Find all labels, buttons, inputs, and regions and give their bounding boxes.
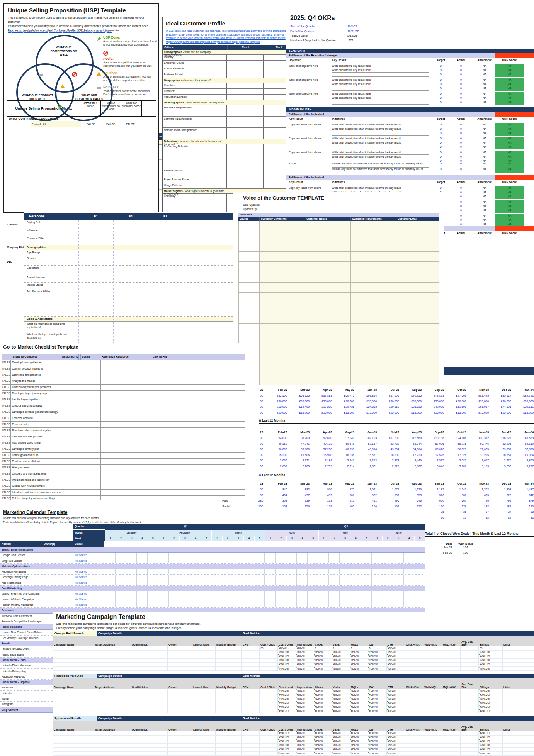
cell[interactable]: £63,814 <box>354 393 377 399</box>
cell[interactable] <box>423 689 442 693</box>
reference-cell[interactable] <box>101 391 152 397</box>
cell[interactable]: #DIV/0! <box>350 752 368 756</box>
cell[interactable] <box>242 731 260 735</box>
cell[interactable] <box>423 748 442 751</box>
okr-row[interactable]: Copy key result from above Write brief d… <box>286 123 534 127</box>
cell[interactable]: 33,880 <box>287 447 310 453</box>
cell[interactable] <box>192 731 216 735</box>
cell[interactable]: #DIV/0! <box>387 748 405 751</box>
cell[interactable] <box>423 739 442 743</box>
cell[interactable] <box>442 651 461 654</box>
cell[interactable]: #DIV/0! <box>314 744 332 748</box>
checklist-row[interactable]: FALSE Tell the story at your board meeti… <box>2 496 245 500</box>
checklist-row[interactable]: FALSE Develop a territory plan <box>2 446 245 453</box>
cell[interactable] <box>168 752 192 756</box>
cell[interactable] <box>94 693 131 697</box>
cell[interactable]: 2,814 <box>332 464 354 470</box>
cell[interactable]: 97,241 <box>332 436 354 441</box>
initiative-cell[interactable]: Write brief description of an initiative… <box>332 127 429 131</box>
cell[interactable] <box>242 651 260 654</box>
cell[interactable]: #DIV/0! <box>296 736 314 739</box>
cell[interactable]: #DIV/0! <box>368 663 387 666</box>
checkbox-cell[interactable]: FALSE <box>2 378 11 384</box>
cell[interactable]: 3,515 <box>422 458 444 464</box>
cell[interactable] <box>405 736 423 739</box>
cell[interactable]: #DIV/0! <box>387 689 405 693</box>
cell[interactable] <box>242 736 260 739</box>
reference-cell[interactable] <box>101 428 152 434</box>
cell[interactable]: 2,928 <box>377 464 399 470</box>
cell[interactable]: 55,344 <box>399 441 422 447</box>
cell[interactable]: #DIV/0! <box>296 663 314 666</box>
target-cell[interactable]: 0 <box>434 186 448 190</box>
cell[interactable]: #DIV/0! <box>350 731 368 735</box>
cell[interactable] <box>305 293 351 303</box>
activity-cell[interactable]: Redesign Pricing Page <box>2 575 42 580</box>
cell[interactable] <box>396 364 439 375</box>
reference-cell[interactable] <box>101 403 152 409</box>
link-cell[interactable] <box>151 372 245 378</box>
cell[interactable]: #DIV/0! <box>278 646 296 650</box>
cell[interactable]: #VALUE! <box>479 654 503 658</box>
cell[interactable]: 308 <box>265 498 287 504</box>
persona-row[interactable]: Marital Status <box>24 283 245 289</box>
cell[interactable]: #DIV/0! <box>314 697 332 701</box>
cell[interactable] <box>131 744 168 748</box>
meta-value[interactable]: -774 <box>347 39 378 43</box>
cell[interactable] <box>351 293 396 303</box>
stub-value[interactable]: 60 <box>251 458 263 464</box>
cell[interactable] <box>131 654 168 658</box>
cell[interactable]: £52,500 <box>265 393 287 399</box>
cell[interactable] <box>192 663 216 666</box>
cell[interactable] <box>405 654 423 658</box>
okr-row[interactable]: Write brief description of an initiative… <box>286 155 534 159</box>
cell[interactable]: 3,046 <box>422 464 444 470</box>
checkbox-cell[interactable]: FALSE <box>2 471 11 477</box>
cell[interactable] <box>405 651 423 654</box>
cell[interactable]: #DIV/0! <box>368 689 387 693</box>
key-result-cell[interactable]: Write quantitative key result here <box>332 96 429 100</box>
actual-cell[interactable]: 0 <box>454 195 468 199</box>
calendar-row[interactable]: Redesign Pricing Page Not Started <box>0 575 425 580</box>
cell[interactable] <box>260 262 305 272</box>
cell[interactable]: #VALUE! <box>479 663 503 666</box>
checklist-row[interactable]: FALSE Structure sales commission plans <box>2 428 245 434</box>
checklist-row[interactable]: FALSE Develop brand guidelines <box>2 360 245 366</box>
status-cell[interactable]: Not Started <box>75 569 105 574</box>
cell[interactable] <box>242 748 260 751</box>
cell[interactable]: £15,000 <box>511 410 534 416</box>
week-grid[interactable] <box>105 564 425 569</box>
cell[interactable]: 60,020 <box>422 447 444 453</box>
attainment-cell[interactable]: NA <box>476 204 493 208</box>
objective-cell[interactable] <box>286 86 330 91</box>
cell[interactable]: 660 <box>444 498 466 504</box>
tier1-cell[interactable] <box>226 177 227 183</box>
cell[interactable]: #DIV/0! <box>368 697 387 701</box>
activity-cell[interactable]: Redesign Homepage <box>2 569 42 574</box>
cell[interactable]: #DIV/0! <box>387 646 405 650</box>
cell[interactable] <box>242 654 260 658</box>
cell[interactable] <box>168 693 192 697</box>
tier2-cell[interactable] <box>263 72 264 78</box>
cell[interactable] <box>242 697 260 701</box>
cell[interactable] <box>305 334 351 344</box>
cell[interactable] <box>216 693 242 697</box>
actual-cell[interactable]: 0 <box>454 68 468 73</box>
key-result-cell[interactable]: Copy key result from above <box>286 123 330 127</box>
reference-cell[interactable] <box>101 360 152 366</box>
actual-cell[interactable]: 0 <box>454 163 468 168</box>
cell[interactable] <box>305 344 351 354</box>
cell[interactable] <box>192 651 216 654</box>
extras-row[interactable]: Include any must do initiatives that don… <box>286 168 534 173</box>
cell[interactable]: 57,005 <box>422 441 444 447</box>
stub-value[interactable]: 00 <box>251 399 263 405</box>
activity-cell[interactable]: Instagram <box>2 702 42 707</box>
activity-cell[interactable]: Google Paid Search <box>2 553 42 558</box>
activity-cell[interactable]: Add Testimonials <box>2 580 42 585</box>
cell[interactable]: 410 <box>332 498 354 504</box>
cell[interactable] <box>461 752 479 756</box>
cell[interactable]: #DIV/0! <box>314 651 332 654</box>
cell[interactable]: #DIV/0! <box>387 709 405 713</box>
cell[interactable] <box>423 731 442 735</box>
cell[interactable] <box>396 272 439 283</box>
